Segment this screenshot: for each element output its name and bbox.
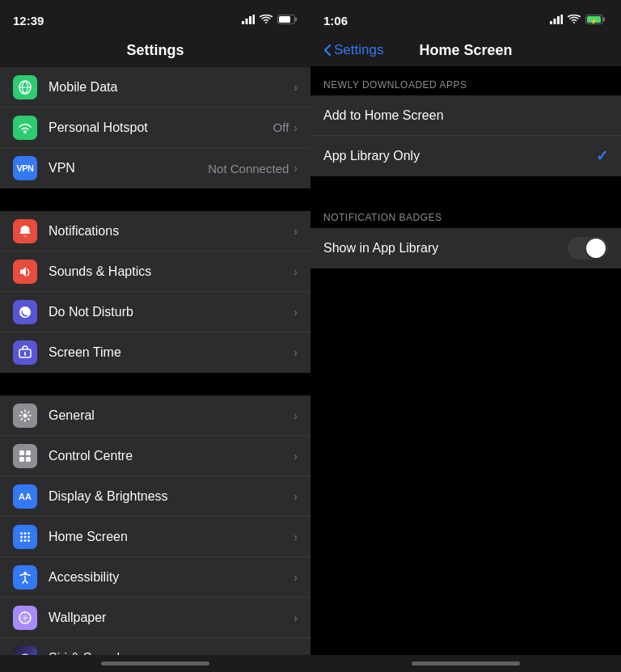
display-label: Display & Brightness — [49, 489, 294, 504]
right-signal-icon — [550, 15, 563, 27]
wallpaper-icon — [13, 606, 37, 630]
notification-badges-header: NOTIFICATION BADGES — [310, 199, 621, 228]
svg-rect-5 — [295, 17, 297, 21]
display-icon: AA — [13, 484, 37, 509]
settings-item-display[interactable]: AA Display & Brightness › — [0, 476, 310, 517]
svg-rect-33 — [603, 17, 605, 21]
settings-item-sounds[interactable]: Sounds & Haptics › — [0, 251, 310, 292]
general-chevron: › — [294, 409, 298, 422]
hotspot-icon — [13, 116, 37, 140]
control-icon — [13, 444, 37, 468]
vpn-icon: VPN — [13, 156, 37, 180]
svg-point-14 — [20, 532, 23, 535]
back-button[interactable]: Settings — [323, 42, 383, 58]
svg-point-20 — [20, 539, 23, 542]
control-chevron: › — [294, 450, 298, 463]
settings-item-siri[interactable]: Siri & Search › — [0, 638, 310, 655]
settings-item-wallpaper[interactable]: Wallpaper › — [0, 598, 310, 638]
screentime-chevron: › — [294, 346, 298, 359]
settings-list: Mobile Data › Personal Hotspot Off › VPN… — [0, 67, 310, 655]
right-wifi-icon — [568, 15, 581, 27]
svg-point-15 — [24, 532, 27, 535]
svg-rect-11 — [26, 450, 31, 455]
vpn-chevron: › — [294, 162, 298, 175]
settings-item-general[interactable]: General › — [0, 395, 310, 436]
settings-item-notifications[interactable]: Notifications › — [0, 211, 310, 251]
show-app-library-item[interactable]: Show in App Library — [310, 228, 621, 268]
app-library-item[interactable]: App Library Only ✓ — [310, 136, 621, 176]
signal-icon — [242, 15, 255, 27]
svg-rect-2 — [249, 16, 251, 24]
notification-badges-section: NOTIFICATION BADGES Show in App Library — [310, 199, 621, 268]
bottom-section: General › Control Centre › AA Display & — [0, 395, 310, 655]
svg-point-21 — [24, 539, 27, 542]
hotspot-label: Personal Hotspot — [49, 120, 273, 135]
svg-point-24 — [21, 654, 29, 656]
notifications-chevron: › — [294, 225, 298, 238]
right-home-indicator — [412, 661, 520, 666]
settings-item-homescreen[interactable]: Home Screen › — [0, 517, 310, 557]
svg-point-19 — [27, 535, 30, 538]
dnd-chevron: › — [294, 306, 298, 319]
settings-item-control[interactable]: Control Centre › — [0, 436, 310, 476]
svg-rect-30 — [557, 16, 560, 24]
add-home-label: Add to Home Screen — [323, 108, 608, 123]
svg-point-16 — [27, 532, 30, 535]
svg-rect-1 — [246, 19, 248, 24]
notifications-label: Notifications — [49, 224, 294, 239]
left-time: 12:39 — [13, 14, 44, 27]
settings-item-accessibility[interactable]: Accessibility › — [0, 557, 310, 598]
svg-rect-10 — [19, 450, 24, 455]
control-label: Control Centre — [49, 449, 294, 463]
mobile-data-chevron: › — [294, 81, 298, 94]
hotspot-chevron: › — [294, 121, 298, 134]
svg-rect-29 — [554, 19, 556, 24]
right-divider — [310, 176, 621, 199]
show-app-library-toggle[interactable] — [568, 237, 608, 260]
svg-point-7 — [23, 130, 27, 133]
left-status-bar: 12:39 — [0, 0, 310, 36]
right-battery-icon: ⚡ — [585, 15, 608, 27]
mid-section: Notifications › Sounds & Haptics › — [0, 211, 310, 373]
divider-2 — [0, 373, 310, 395]
show-app-library-label: Show in App Library — [323, 241, 568, 256]
accessibility-chevron: › — [294, 571, 298, 584]
left-status-icons — [242, 15, 298, 27]
add-home-item[interactable]: Add to Home Screen — [310, 95, 621, 136]
settings-item-dnd[interactable]: Do Not Disturb › — [0, 292, 310, 332]
divider-1 — [0, 188, 310, 211]
right-panel-title: Home Screen — [419, 42, 512, 59]
wallpaper-chevron: › — [294, 611, 298, 624]
dnd-icon — [13, 300, 37, 324]
notifications-icon — [13, 219, 37, 243]
sounds-label: Sounds & Haptics — [49, 264, 294, 279]
svg-rect-12 — [19, 457, 24, 462]
left-panel: 12:39 — [0, 0, 310, 672]
svg-rect-13 — [26, 457, 31, 462]
right-content: NEWLY DOWNLOADED APPS Add to Home Screen… — [310, 66, 621, 655]
mobile-data-icon — [13, 75, 37, 99]
left-nav-title: Settings — [0, 36, 310, 67]
right-status-icons: ⚡ — [550, 15, 608, 27]
settings-item-hotspot[interactable]: Personal Hotspot Off › — [0, 108, 310, 148]
battery-icon — [277, 15, 298, 27]
general-label: General — [49, 408, 294, 423]
settings-item-screentime[interactable]: Screen Time › — [0, 332, 310, 373]
dnd-label: Do Not Disturb — [49, 305, 294, 319]
settings-item-vpn[interactable]: VPN VPN Not Connected › — [0, 148, 310, 188]
right-time: 1:06 — [323, 14, 348, 27]
homescreen-label: Home Screen — [49, 530, 294, 544]
wifi-icon — [260, 15, 272, 27]
svg-rect-3 — [253, 15, 256, 24]
right-status-bar: 1:06 — [310, 0, 621, 36]
vpn-label: VPN — [49, 161, 208, 175]
hotspot-value: Off — [273, 120, 289, 134]
back-label: Settings — [334, 42, 383, 58]
svg-point-22 — [27, 539, 30, 542]
left-home-indicator — [101, 661, 209, 666]
mobile-data-label: Mobile Data — [49, 80, 294, 95]
settings-item-mobile-data[interactable]: Mobile Data › — [0, 67, 310, 108]
newly-downloaded-section: NEWLY DOWNLOADED APPS Add to Home Screen… — [310, 66, 621, 176]
svg-rect-31 — [561, 15, 564, 24]
top-section: Mobile Data › Personal Hotspot Off › VPN… — [0, 67, 310, 188]
